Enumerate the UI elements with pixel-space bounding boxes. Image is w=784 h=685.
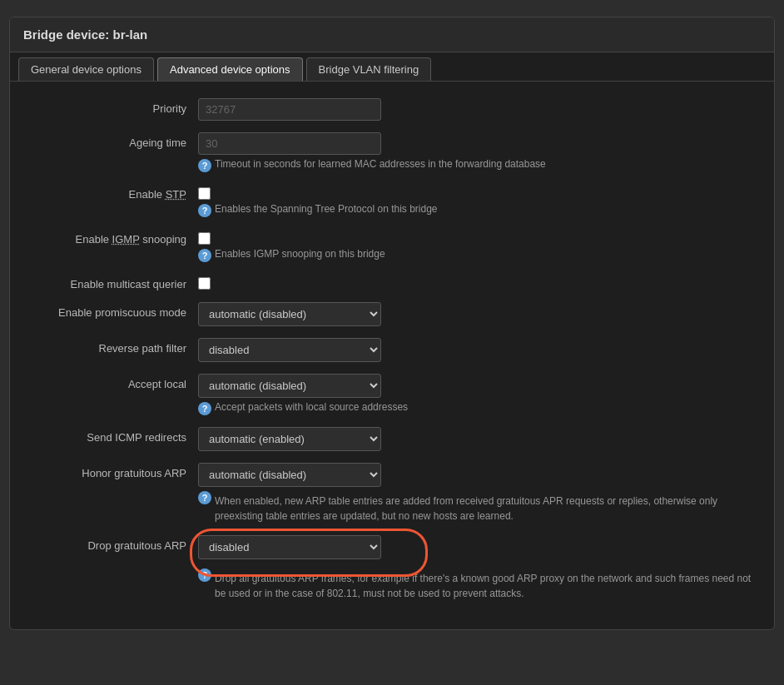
enable-igmp-row: Enable IGMP snooping ? Enables IGMP snoo… — [23, 229, 761, 262]
drop-arp-select[interactable]: disabled enabled automatic (disabled) au… — [198, 535, 381, 559]
ageing-time-help-text: Timeout in seconds for learned MAC addre… — [215, 158, 546, 170]
accept-local-help-icon: ? — [198, 402, 211, 415]
enable-stp-help-text: Enables the Spanning Tree Protocol on th… — [215, 203, 438, 215]
enable-stp-help: ? Enables the Spanning Tree Protocol on … — [198, 203, 761, 217]
enable-igmp-help: ? Enables IGMP snooping on this bridge — [198, 248, 761, 262]
enable-stp-checkbox[interactable] — [198, 187, 211, 200]
honor-arp-label: Honor gratuitous ARP — [23, 463, 198, 479]
enable-igmp-checkbox[interactable] — [198, 232, 211, 245]
priority-input[interactable] — [198, 98, 381, 121]
tab-bar: General device options Advanced device o… — [10, 52, 774, 82]
tab-vlan[interactable]: Bridge VLAN filtering — [306, 57, 432, 81]
accept-local-help: ? Accept packets with local source addre… — [198, 401, 761, 415]
enable-igmp-help-icon: ? — [198, 249, 211, 262]
send-icmp-row: Send ICMP redirects automatic (enabled) … — [23, 427, 761, 451]
reverse-path-label: Reverse path filter — [23, 338, 198, 355]
priority-row: Priority — [23, 98, 761, 121]
enable-igmp-label: Enable IGMP snooping — [23, 229, 198, 246]
ageing-time-label: Ageing time — [23, 132, 198, 149]
reverse-path-row: Reverse path filter disabled enabled aut… — [23, 338, 761, 362]
promiscuous-select[interactable]: automatic (disabled) automatic (enabled)… — [198, 302, 381, 326]
tab-content-advanced: Priority Ageing time ? Timeout in second… — [10, 82, 774, 629]
ageing-time-input[interactable] — [198, 132, 381, 155]
drop-arp-help: ? Drop all gratuitous ARP frames, for ex… — [198, 568, 761, 601]
drop-arp-help-icon: ? — [198, 568, 211, 582]
priority-label: Priority — [23, 98, 198, 115]
ageing-time-help: ? Timeout in seconds for learned MAC add… — [198, 158, 761, 172]
accept-local-select[interactable]: automatic (disabled) automatic (enabled)… — [198, 374, 381, 398]
drop-arp-label: Drop gratuitous ARP — [23, 535, 198, 552]
promiscuous-label: Enable promiscuous mode — [23, 302, 198, 319]
dialog-title: Bridge device: br-lan — [10, 17, 774, 52]
honor-arp-row: Honor gratuitous ARP automatic (disabled… — [23, 463, 761, 524]
tab-general[interactable]: General device options — [18, 57, 154, 81]
drop-arp-row: Drop gratuitous ARP disabled enabled aut… — [23, 535, 761, 601]
enable-multicast-row: Enable multicast querier — [23, 274, 761, 290]
tab-advanced[interactable]: Advanced device options — [157, 57, 303, 81]
honor-arp-help-icon: ? — [198, 491, 211, 504]
enable-stp-help-icon: ? — [198, 204, 211, 217]
accept-local-help-text: Accept packets with local source address… — [215, 401, 408, 413]
send-icmp-select[interactable]: automatic (enabled) automatic (disabled)… — [198, 427, 381, 451]
honor-arp-select[interactable]: automatic (disabled) automatic (enabled)… — [198, 463, 381, 487]
honor-arp-help-text: When enabled, new ARP table entries are … — [215, 494, 761, 524]
enable-stp-label: Enable STP — [23, 184, 198, 201]
enable-multicast-label: Enable multicast querier — [23, 274, 198, 290]
send-icmp-label: Send ICMP redirects — [23, 427, 198, 444]
honor-arp-help: ? When enabled, new ARP table entries ar… — [198, 490, 761, 524]
enable-stp-row: Enable STP ? Enables the Spanning Tree P… — [23, 184, 761, 217]
accept-local-row: Accept local automatic (disabled) automa… — [23, 374, 761, 415]
drop-arp-circled: disabled enabled automatic (disabled) au… — [198, 535, 761, 559]
promiscuous-row: Enable promiscuous mode automatic (disab… — [23, 302, 761, 326]
enable-multicast-checkbox[interactable] — [198, 277, 211, 290]
drop-arp-help-text: Drop all gratuitous ARP frames, for exam… — [215, 571, 761, 601]
accept-local-label: Accept local — [23, 374, 198, 390]
ageing-time-help-icon: ? — [198, 159, 211, 172]
reverse-path-select[interactable]: disabled enabled automatic — [198, 338, 381, 362]
bridge-device-dialog: Bridge device: br-lan General device opt… — [9, 17, 775, 630]
ageing-time-row: Ageing time ? Timeout in seconds for lea… — [23, 132, 761, 172]
enable-igmp-help-text: Enables IGMP snooping on this bridge — [215, 248, 385, 260]
